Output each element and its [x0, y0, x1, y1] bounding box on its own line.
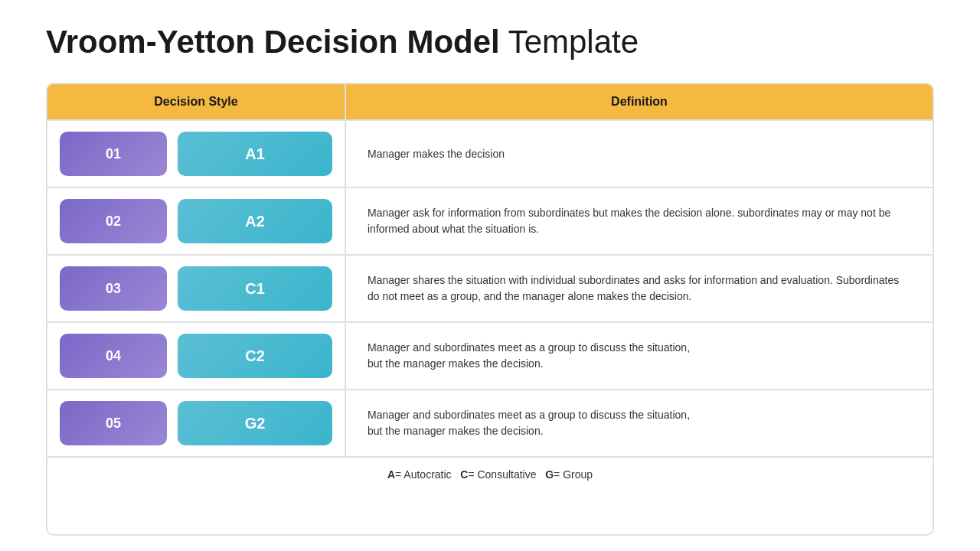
table-row: 02 A2 Manager ask for information from s… — [47, 187, 933, 254]
footer-key-g: G — [545, 468, 554, 481]
badge-code-4: C2 — [178, 334, 332, 378]
badge-num-1: 01 — [60, 132, 167, 176]
table-header: Decision Style Definition — [47, 84, 933, 119]
badge-num-3: 03 — [60, 266, 167, 311]
footer-val-g: = Group — [554, 468, 593, 481]
badge-code-5: G2 — [178, 401, 332, 445]
badge-code-1: A1 — [178, 132, 332, 176]
badge-num-5: 05 — [60, 401, 167, 445]
page: Vroom-Yetton Decision Model Template Dec… — [0, 0, 980, 551]
row-definition-4: Manager and subordinates meet as a group… — [346, 323, 933, 389]
row-left-3: 03 C1 — [47, 256, 346, 321]
table-body: 01 A1 Manager makes the decision 02 A2 M… — [47, 119, 933, 491]
footer-val-c: = Consultative — [468, 468, 536, 481]
table-row: 05 G2 Manager and subordinates meet as a… — [47, 389, 933, 456]
header-decision-style: Decision Style — [47, 84, 346, 119]
row-left-4: 04 C2 — [47, 323, 346, 389]
main-table: Decision Style Definition 01 A1 Manager … — [46, 83, 934, 536]
footer-val-a: = Autocratic — [395, 468, 452, 481]
footer-key-a: A — [387, 468, 395, 481]
page-title: Vroom-Yetton Decision Model Template — [46, 23, 934, 61]
table-row: 04 C2 Manager and subordinates meet as a… — [47, 321, 933, 389]
row-left-5: 05 G2 — [47, 390, 346, 456]
header-definition: Definition — [346, 84, 933, 119]
badge-num-4: 04 — [60, 334, 167, 378]
row-definition-2: Manager ask for information from subordi… — [346, 188, 933, 254]
row-left-2: 02 A2 — [47, 188, 346, 254]
row-left-1: 01 A1 — [47, 121, 346, 187]
badge-code-3: C1 — [178, 266, 332, 311]
table-row: 03 C1 Manager shares the situation with … — [47, 254, 933, 321]
badge-code-2: A2 — [178, 199, 332, 243]
row-definition-5: Manager and subordinates meet as a group… — [346, 390, 933, 456]
row-definition-3: Manager shares the situation with indivi… — [346, 256, 933, 321]
table-footer: A= Autocratic C= Consultative G= Group — [47, 456, 933, 491]
footer-key-c: C — [460, 468, 468, 481]
row-definition-1: Manager makes the decision — [346, 121, 933, 187]
badge-num-2: 02 — [60, 199, 167, 243]
table-row: 01 A1 Manager makes the decision — [47, 119, 933, 187]
